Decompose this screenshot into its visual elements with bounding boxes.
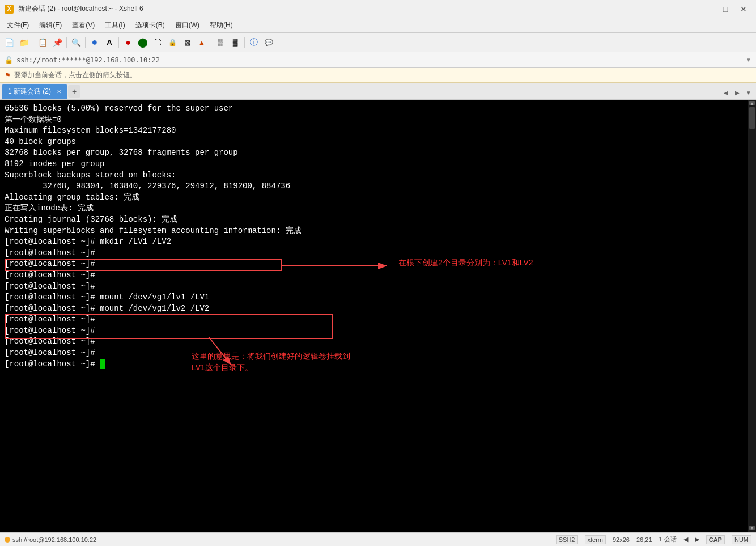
toolbar: 📄 📁 📋 📌 🔍 ● A ● ⬤ ⛶ 🔒 ▧ ▲ ▒ ▓ ⓘ 💬 — [0, 33, 756, 52]
addressbar-dropdown[interactable]: ▼ — [746, 57, 751, 63]
term-line-10: Allocating group tables: 完成 — [5, 192, 751, 204]
titlebar-left: X 新建会话 (2) - root@localhost:~ - Xshell 6 — [5, 4, 143, 14]
maximize-button[interactable]: □ — [717, 3, 733, 15]
arrow1 — [282, 256, 396, 278]
minimize-button[interactable]: – — [699, 3, 715, 15]
nav-arrow-right[interactable]: ▶ — [695, 536, 699, 543]
toolbar-compose[interactable]: 💬 — [262, 36, 275, 49]
toolbar-new[interactable]: 📄 — [2, 36, 16, 49]
term-line-6: 8192 inodes per group — [5, 159, 751, 170]
term-line-25: [root@localhost ~]# — [5, 348, 751, 359]
toolbar-btn6[interactable]: ⬤ — [136, 36, 150, 49]
statusbar-protocol: SSH2 — [556, 535, 578, 544]
term-line-3: Maximum filesystem blocks=1342177280 — [5, 125, 751, 137]
terminal[interactable]: 65536 blocks (5.00%) reserved for the su… — [0, 100, 756, 373]
statusbar-cap: CAP — [706, 535, 725, 544]
term-line-15: [root@localhost ~]# mkdir /LV1 /LV2 — [5, 236, 751, 248]
term-line-12: Creating journal (32768 blocks): 完成 — [5, 214, 751, 226]
tipbar-text: 要添加当前会话，点击左侧的箭头按钮。 — [14, 70, 137, 80]
bookmark-icon: ⚑ — [5, 71, 11, 79]
addressbar: 🔓 ssh://root:******@192.168.100.10:22 ▼ — [0, 52, 756, 68]
statusbar-position: 26,21 — [636, 536, 652, 543]
titlebar-title: 新建会话 (2) - root@localhost:~ - Xshell 6 — [18, 4, 143, 14]
toolbar-sep6 — [244, 37, 245, 48]
annotation2-line1: 这里的意思是：将我们创建好的逻辑卷挂载到 — [192, 351, 350, 362]
menu-tab[interactable]: 选项卡(B) — [131, 19, 169, 31]
address-text: ssh://root:******@192.168.100.10:22 — [16, 56, 160, 64]
toolbar-copy[interactable]: 📋 — [36, 36, 49, 49]
term-line-23: [root@localhost ~]# — [5, 325, 751, 337]
term-line-20: [root@localhost ~]# mount /dev/vg1/lv1 /… — [5, 292, 751, 303]
statusbar-sessions: 1 会话 — [659, 535, 677, 544]
toolbar-sep2 — [66, 37, 67, 48]
tab-next-button[interactable]: ▶ — [732, 87, 742, 98]
menu-edit[interactable]: 编辑(E) — [35, 19, 66, 31]
statusbar-right: SSH2 xterm 92x26 26,21 1 会话 ◀ ▶ CAP NUM — [556, 535, 751, 544]
toolbar-key[interactable]: ▧ — [180, 36, 194, 49]
statusbar: ssh://root@192.168.100.10:22 SSH2 xterm … — [0, 532, 756, 546]
terminal-cursor — [100, 359, 105, 369]
term-line-2: 第一个数据块=0 — [5, 115, 751, 126]
tab-prev-button[interactable]: ◀ — [721, 87, 731, 98]
toolbar-script[interactable]: ▲ — [195, 36, 209, 49]
term-line-1: 65536 blocks (5.00%) reserved for the su… — [5, 103, 751, 115]
terminal-wrapper[interactable]: 65536 blocks (5.00%) reserved for the su… — [0, 100, 756, 532]
term-line-5: 32768 blocks per group, 32768 fragments … — [5, 147, 751, 159]
tab-close-button[interactable]: ✕ — [57, 88, 61, 95]
toolbar-sep5 — [211, 37, 211, 48]
menu-help[interactable]: 帮助(H) — [205, 19, 237, 31]
menubar: 文件(F) 编辑(E) 查看(V) 工具(I) 选项卡(B) 窗口(W) 帮助(… — [0, 18, 756, 33]
term-line-11: 正在写入inode表: 完成 — [5, 203, 751, 214]
term-line-21: [root@localhost ~]# mount /dev/vg1/lv2 /… — [5, 303, 751, 315]
annotation2: 这里的意思是：将我们创建好的逻辑卷挂载到 LV1这个目录下。 这里也可以用umo… — [192, 351, 350, 373]
tab-add-button[interactable]: + — [68, 85, 80, 98]
term-line-22: [root@localhost ~]# — [5, 314, 751, 325]
tab-menu-button[interactable]: ▼ — [744, 87, 754, 98]
term-line-24: [root@localhost ~]# — [5, 336, 751, 348]
menu-view[interactable]: 查看(V) — [67, 19, 99, 31]
toolbar-split[interactable]: ▒ — [214, 36, 227, 49]
tabbar-nav: ◀ ▶ ▼ — [721, 87, 754, 98]
toolbar-split2[interactable]: ▓ — [228, 36, 242, 49]
toolbar-btn5[interactable]: ● — [121, 36, 135, 49]
tab-session1[interactable]: 1 新建会话 (2) ✕ — [2, 84, 67, 99]
toolbar-maximize[interactable]: ⛶ — [151, 36, 164, 49]
statusbar-num: NUM — [732, 535, 751, 544]
toolbar-sep1 — [33, 37, 33, 48]
toolbar-sep3 — [85, 37, 86, 48]
toolbar-paste[interactable]: 📌 — [50, 36, 64, 49]
toolbar-font[interactable]: A — [103, 36, 116, 49]
app-icon: X — [5, 5, 14, 14]
term-line-26: [root@localhost ~]# — [5, 359, 751, 370]
toolbar-help[interactable]: ⓘ — [247, 36, 261, 49]
statusbar-left: ssh://root@192.168.100.10:22 — [5, 536, 96, 543]
terminal-content: 65536 blocks (5.00%) reserved for the su… — [5, 103, 751, 370]
term-line-8: 32768, 98304, 163840, 229376, 294912, 81… — [5, 181, 751, 192]
toolbar-search[interactable]: 🔍 — [69, 36, 83, 49]
statusbar-connection: ssh://root@192.168.100.10:22 — [12, 536, 96, 543]
term-line-19: [root@localhost ~]# — [5, 281, 751, 293]
toolbar-connect[interactable]: ● — [88, 36, 101, 49]
tab-label: 1 新建会话 (2) — [8, 87, 51, 96]
annotation1: 在根下创建2个目录分别为：LV1和LV2 — [398, 257, 533, 269]
close-button[interactable]: ✕ — [736, 3, 751, 15]
titlebar-controls[interactable]: – □ ✕ — [699, 3, 751, 15]
tabbar: 1 新建会话 (2) ✕ + ◀ ▶ ▼ — [0, 83, 756, 100]
statusbar-connection-dot — [5, 537, 10, 543]
toolbar-sep4 — [118, 37, 119, 48]
toolbar-open[interactable]: 📁 — [17, 36, 31, 49]
annotation2-line2: LV1这个目录下。 — [192, 362, 350, 373]
menu-file[interactable]: 文件(F) — [2, 19, 33, 31]
statusbar-encoding: xterm — [585, 535, 606, 544]
term-line-7: Superblock backups stored on blocks: — [5, 170, 751, 181]
toolbar-lock[interactable]: 🔒 — [165, 36, 179, 49]
titlebar: X 新建会话 (2) - root@localhost:~ - Xshell 6… — [0, 0, 756, 18]
term-line-13: Writing superblocks and filesystem accou… — [5, 226, 751, 237]
term-line-4: 40 block groups — [5, 137, 751, 148]
menu-window[interactable]: 窗口(W) — [171, 19, 204, 31]
terminal-scrollbar[interactable]: ▲ ▼ — [748, 100, 756, 532]
menu-tools[interactable]: 工具(I) — [100, 19, 129, 31]
tipbar: ⚑ 要添加当前会话，点击左侧的箭头按钮。 — [0, 68, 756, 83]
lock-icon: 🔓 — [5, 56, 13, 64]
nav-arrow-left[interactable]: ◀ — [683, 536, 688, 543]
